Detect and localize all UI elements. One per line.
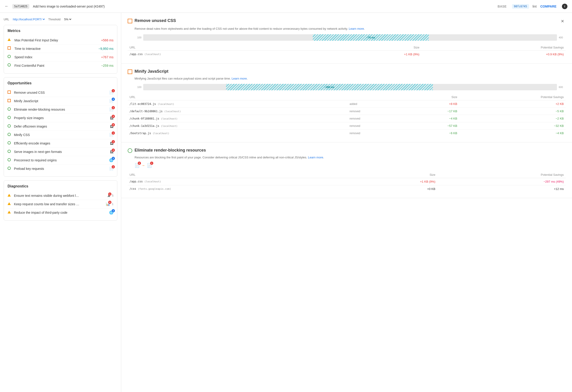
threshold-label: Threshold	[48, 18, 60, 21]
opp-row[interactable]: Properly size images 🖼 3	[8, 114, 113, 122]
opp-name: Remove unused CSS	[14, 91, 109, 94]
opp-row[interactable]: Minify CSS 📄 1	[8, 131, 113, 139]
chart-start-label: 100	[135, 86, 141, 89]
opp-badges: 📄 1	[109, 107, 113, 112]
opp-name: Defer offscreen images	[14, 125, 110, 128]
detail-title: Remove unused CSS	[135, 18, 559, 23]
threshold-select[interactable]: 5%	[63, 17, 72, 21]
opp-badges: 🖼 3	[110, 150, 113, 154]
chart-start-label: 100	[135, 36, 141, 39]
learn-more-link[interactable]: Learn more	[308, 156, 323, 159]
close-button[interactable]: ✕	[559, 18, 566, 24]
badge-count: 2	[112, 157, 115, 160]
diag-row[interactable]: Ensure text remains visible during webfo…	[8, 192, 113, 200]
cell-url: /chunk-1a3d151a.js (localhost)	[128, 122, 348, 130]
cell-size: +8 KB	[405, 100, 459, 108]
triangle-icon	[8, 194, 12, 198]
table-row: /app.css (localhost) +1 KB (9%) −297 ms …	[128, 178, 566, 185]
app-header: ← 5a714025 Add hero image to overloaded-…	[0, 0, 572, 13]
badge-img: 🖼 3	[110, 116, 113, 120]
cell-savings: +0.9 KB (9%)	[421, 50, 566, 58]
circle-green-icon	[8, 141, 12, 145]
badge-count: 3	[112, 149, 115, 152]
opp-row[interactable]: Defer offscreen images 🖼 6	[8, 122, 113, 131]
square-orange-icon	[8, 46, 12, 51]
url-select[interactable]: http://localhost:PORT/	[12, 17, 46, 21]
col-savings: Potential Savings	[421, 44, 566, 51]
badge-font: A 1	[108, 194, 110, 198]
opp-row[interactable]: Minify JavaScript 📄 4	[8, 97, 113, 105]
detail-header: Eliminate render-blocking resources	[128, 148, 566, 153]
opp-badges: 🌐 2	[109, 158, 113, 162]
opp-row[interactable]: Preconnect to required origins 🌐 2	[8, 156, 113, 165]
diag-name: Ensure text remains visible during webfo…	[14, 194, 108, 197]
col-size: Size	[318, 44, 421, 51]
detail-section-minify-js: Minify JavaScript Minifying JavaScript f…	[121, 63, 572, 143]
opportunities-card: Opportunities Remove unused CSS 📄 1 Mini…	[4, 77, 117, 177]
badge-count: 4	[112, 98, 115, 101]
badge-file: 📄 1	[109, 107, 113, 112]
cell-size: −6 KB	[405, 130, 459, 137]
chart-end-label: 600	[559, 86, 566, 89]
metric-row: Speed Index +767 ms	[8, 53, 113, 61]
cell-status: removed	[348, 108, 405, 115]
badge-count: 1	[150, 162, 153, 165]
metrics-card: Metrics Max Potential First Input Delay …	[4, 25, 117, 74]
triangle-icon	[8, 38, 12, 43]
badge-count: 1	[108, 193, 111, 196]
badge-count: 2	[138, 162, 141, 165]
chart-bar: −70 ms	[313, 34, 429, 41]
opp-row[interactable]: Remove unused CSS 📄 1	[8, 89, 113, 97]
metric-name: Speed Index	[15, 55, 101, 59]
metric-name: First Contentful Paint	[15, 64, 101, 67]
circle-green-icon	[8, 124, 12, 128]
circle-green-icon	[8, 167, 12, 171]
chart-track: −280 ms	[143, 84, 557, 90]
detail-header: Remove unused CSS ✕	[128, 18, 566, 24]
diag-name: Keep request counts low and transfer siz…	[14, 202, 106, 206]
right-panel: Remove unused CSS ✕ Remove dead rules fr…	[121, 13, 572, 392]
chart-track: −70 ms	[143, 34, 557, 41]
diag-badges: A 1 5	[108, 194, 113, 198]
table-row: /app.css (localhost) +1 KB (9%) +0.9 KB …	[128, 50, 566, 58]
col-url: URL	[128, 44, 318, 51]
chart-container: 100 −280 ms 600	[135, 84, 566, 90]
back-button[interactable]: ←	[5, 4, 9, 9]
cell-size: −4 KB	[405, 115, 459, 122]
col-size: Size	[405, 94, 459, 100]
url-row: URL http://localhost:PORT/ Threshold 5%	[4, 17, 117, 21]
compare-button[interactable]: COMPARE	[540, 5, 556, 8]
cell-status: removed	[348, 130, 405, 137]
opp-badges: 📄 1	[109, 90, 113, 95]
opportunities-title: Opportunities	[8, 81, 113, 85]
opp-row[interactable]: Serve images in next-gen formats 🖼 3	[8, 148, 113, 156]
diag-row[interactable]: Keep request counts low and transfer siz…	[8, 200, 113, 209]
opp-row[interactable]: Preload key requests 📄 1	[8, 165, 113, 173]
badge-globe: 🌐 2	[109, 211, 113, 215]
diagnostics-title: Diagnostics	[8, 184, 113, 188]
chart-row: 100 −70 ms 400	[135, 34, 566, 41]
square-orange-icon	[8, 90, 12, 95]
diag-row[interactable]: Reduce the impact of third-party code 🌐 …	[8, 209, 113, 217]
tab-lint[interactable]: lint	[533, 5, 537, 8]
table-row: /chunk-0f188081.js (localhost) removed −…	[128, 115, 566, 122]
opp-row[interactable]: Eliminate render-blocking resources 📄 1	[8, 105, 113, 114]
metric-value: −259 ms	[101, 64, 113, 67]
left-panel: URL http://localhost:PORT/ Threshold 5% …	[0, 13, 121, 392]
badge-count: 6	[108, 201, 111, 204]
metric-row: First Contentful Paint −259 ms	[8, 61, 113, 70]
tab-base[interactable]: BASE	[496, 5, 508, 8]
info-button[interactable]: i	[562, 4, 567, 9]
learn-more-link[interactable]: Learn more	[349, 27, 364, 30]
badge-file: 📄 1	[109, 90, 113, 95]
chart-row: 100 −280 ms 600	[135, 84, 566, 90]
opp-row[interactable]: Efficiently encode images 🖼 1	[8, 139, 113, 148]
badge-count: 1	[112, 165, 115, 168]
cell-savings: −32 KB	[459, 122, 566, 130]
badge-count: 6	[112, 123, 115, 126]
cell-size: −57 KB	[405, 122, 459, 130]
learn-more-link[interactable]: Learn more	[232, 77, 247, 80]
detail-header: Minify JavaScript	[128, 69, 566, 74]
opp-badges: 🖼 1	[110, 141, 113, 145]
col-savings: Potential Savings	[459, 94, 566, 100]
